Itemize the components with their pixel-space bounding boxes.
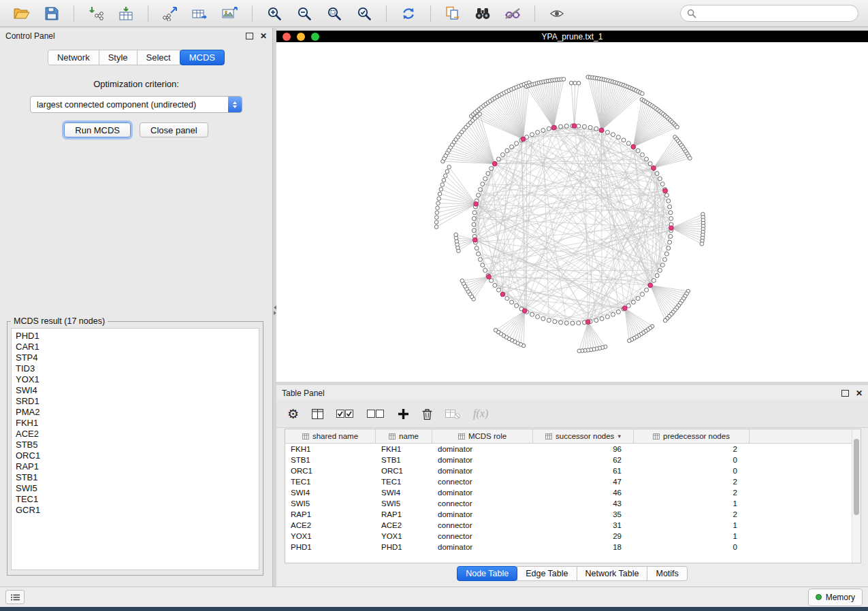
tab-mcds[interactable]: MCDS (180, 50, 225, 65)
table-cell: RAP1 (376, 509, 432, 520)
table-cell: 0 (634, 455, 750, 465)
mcds-result-box: MCDS result (17 nodes) PHD1CAR1STP4TID3Y… (7, 316, 263, 576)
column-header-shared-name[interactable]: shared name (285, 429, 376, 443)
tab-node-table[interactable]: Node Table (457, 566, 517, 581)
column-grid-icon (302, 433, 309, 440)
float-panel-icon[interactable] (841, 390, 849, 397)
hide-selected-button[interactable] (500, 3, 525, 24)
delete-column-button[interactable] (422, 408, 432, 420)
column-header-predecessor-nodes[interactable]: predecessor nodes (634, 429, 750, 443)
scrollbar-thumb[interactable] (854, 439, 859, 515)
table-settings-button[interactable]: ⚙ (287, 408, 299, 420)
table-cell: ACE2 (285, 520, 376, 531)
table-row[interactable]: SWI4SWI4dominator462 (285, 487, 861, 498)
glasses-slash-icon (504, 7, 521, 20)
run-mcds-button[interactable]: Run MCDS (64, 122, 131, 137)
table-cell: PHD1 (285, 542, 376, 552)
close-panel-button[interactable]: Close panel (140, 122, 208, 137)
table-row[interactable]: TEC1TEC1connector472 (285, 476, 861, 487)
tab-select[interactable]: Select (137, 50, 180, 65)
table-cell: ORC1 (285, 465, 376, 476)
export-table-icon (192, 6, 208, 21)
export-table-button[interactable] (188, 3, 212, 24)
export-image-button[interactable] (218, 3, 242, 24)
memory-button[interactable]: Memory (808, 589, 863, 606)
mcds-result-item[interactable]: SRD1 (16, 396, 259, 407)
show-task-history-button[interactable] (5, 590, 25, 604)
column-header-MCDS-role[interactable]: MCDS role (432, 429, 533, 443)
mcds-result-item[interactable]: YOX1 (16, 374, 259, 385)
mcds-result-item[interactable]: FKH1 (16, 418, 259, 429)
table-row[interactable]: FKH1FKH1dominator962 (285, 444, 861, 455)
save-icon (45, 7, 59, 20)
tab-edge-table[interactable]: Edge Table (517, 566, 577, 581)
column-header-name[interactable]: name (376, 429, 432, 443)
add-column-button[interactable] (398, 408, 409, 420)
table-cell: dominator (432, 487, 533, 498)
zoom-selected-button[interactable] (352, 3, 376, 24)
table-cell: YOX1 (376, 531, 432, 542)
network-graph[interactable] (276, 42, 868, 382)
toolbar-separator (430, 5, 431, 22)
mcds-result-item[interactable]: TEC1 (16, 494, 259, 505)
apply-layout-button[interactable] (396, 3, 421, 24)
mcds-result-item[interactable]: STP4 (16, 352, 259, 363)
mcds-result-item[interactable]: GCR1 (16, 505, 259, 516)
table-row[interactable]: YOX1YOX1connector291 (285, 531, 861, 542)
save-button[interactable] (39, 3, 64, 24)
clone-network-button[interactable] (440, 3, 465, 24)
control-panel-header: Control Panel ✕ (0, 28, 272, 44)
tab-network-table[interactable]: Network Table (577, 566, 648, 581)
mcds-result-item[interactable]: SWI4 (16, 385, 259, 396)
mcds-result-item[interactable]: SWI5 (16, 483, 259, 494)
select-all-button[interactable] (336, 410, 354, 418)
table-scrollbar[interactable] (852, 429, 861, 563)
network-canvas[interactable] (276, 42, 868, 382)
table-row[interactable]: ACE2ACE2connector311 (285, 520, 861, 531)
control-panel-title: Control Panel (5, 31, 55, 41)
show-hidden-button[interactable] (545, 3, 569, 24)
close-panel-icon[interactable]: ✕ (260, 32, 267, 40)
table-cell: TEC1 (376, 476, 432, 487)
import-table-button[interactable] (114, 3, 138, 24)
table-cell: 1 (634, 520, 750, 531)
search-input[interactable] (701, 8, 852, 19)
mcds-result-item[interactable]: TID3 (16, 363, 259, 374)
import-network-button[interactable] (84, 3, 108, 24)
float-panel-icon[interactable] (246, 33, 253, 39)
open-file-button[interactable] (10, 3, 34, 24)
tab-network[interactable]: Network (48, 50, 99, 65)
table-row[interactable]: SWI5SWI5connector431 (285, 498, 861, 509)
mcds-result-item[interactable]: ACE2 (16, 429, 259, 440)
close-panel-icon[interactable]: ✕ (856, 389, 863, 397)
mcds-result-list[interactable]: PHD1CAR1STP4TID3YOX1SWI4SRD1PMA2FKH1ACE2… (11, 328, 259, 570)
mcds-result-item[interactable]: PMA2 (16, 407, 259, 418)
mcds-result-item[interactable]: ORC1 (16, 450, 259, 461)
mcds-result-item[interactable]: PHD1 (16, 331, 259, 342)
show-columns-button[interactable] (312, 409, 323, 419)
criterion-dropdown[interactable]: largest connected component (undirected) (30, 96, 242, 113)
zoom-in-button[interactable] (262, 3, 287, 24)
mcds-result-item[interactable]: STB5 (16, 440, 259, 450)
table-row[interactable]: RAP1RAP1dominator352 (285, 509, 861, 520)
table-panel-title: Table Panel (282, 389, 325, 398)
table-row[interactable]: PHD1PHD1dominator180 (285, 542, 861, 552)
tab-style[interactable]: Style (99, 50, 138, 65)
optimization-criterion-label: Optimization criterion: (0, 79, 272, 89)
memory-label: Memory (826, 593, 855, 602)
mcds-result-item[interactable]: CAR1 (16, 342, 259, 352)
mcds-result-item[interactable]: STB1 (16, 472, 259, 483)
mcds-result-item[interactable]: RAP1 (16, 461, 259, 472)
table-row[interactable]: STB1STB1dominator620 (285, 455, 861, 465)
zoom-fit-button[interactable] (322, 3, 347, 24)
table-row[interactable]: ORC1ORC1dominator610 (285, 465, 861, 476)
tab-motifs[interactable]: Motifs (647, 566, 687, 581)
delete-table-button-disabled (445, 409, 460, 419)
network-window-titlebar[interactable]: YPA_prune.txt_1 (276, 31, 868, 42)
table-cell: connector (432, 520, 533, 531)
export-network-button[interactable] (158, 3, 182, 24)
zoom-out-button[interactable] (292, 3, 317, 24)
deselect-all-button[interactable] (367, 410, 385, 418)
first-neighbors-button[interactable] (470, 3, 495, 24)
column-header-successor-nodes[interactable]: successor nodes▾ (533, 429, 634, 443)
